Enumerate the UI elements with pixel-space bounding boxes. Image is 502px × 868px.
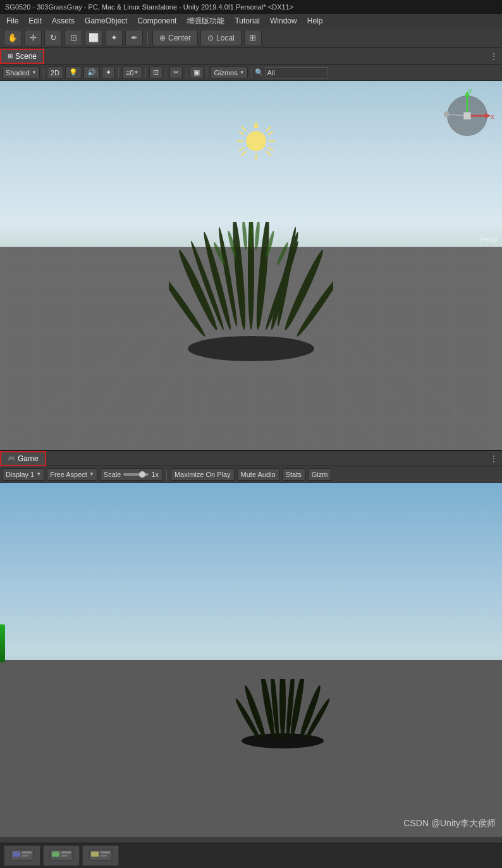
center-icon: ⊕: [159, 34, 166, 42]
gizmo[interactable]: y x: [439, 87, 496, 144]
svg-rect-77: [52, 852, 59, 857]
menu-window[interactable]: Window: [266, 15, 301, 27]
title-text: SG0520 - 303GrassGray - PC, Mac & Linux …: [5, 3, 293, 11]
local-button[interactable]: ⊙ Local: [200, 30, 242, 46]
scene-tab[interactable]: ⊞ Scene: [0, 49, 44, 64]
svg-line-26: [239, 132, 244, 135]
scene-tab-icon: ⊞: [8, 53, 13, 59]
game-gizmos-button[interactable]: Gizm: [308, 468, 332, 481]
svg-text:x: x: [491, 113, 494, 120]
display-chevron-icon: ▼: [36, 471, 41, 477]
svg-rect-78: [61, 852, 71, 853]
bottom-taskbar: [0, 843, 502, 868]
game-tab-label: Game: [18, 454, 39, 463]
mute-audio-button[interactable]: Mute Audio: [237, 468, 279, 481]
pivot-button[interactable]: ⊞: [244, 30, 262, 46]
scene-viewport[interactable]: y x ← Persp: [0, 81, 502, 450]
menu-edit[interactable]: Edit: [25, 15, 46, 27]
menu-file[interactable]: File: [3, 15, 22, 27]
svg-point-30: [246, 131, 266, 151]
search-icon: 🔍: [255, 68, 264, 77]
scale-label: Scale: [104, 471, 121, 478]
center-label: Center: [168, 34, 191, 42]
scene-toolbar-sep-1: [43, 68, 44, 78]
menu-gameobject[interactable]: GameObject: [81, 15, 131, 27]
2d-button[interactable]: 2D: [47, 66, 63, 79]
local-icon: ⊙: [207, 34, 214, 42]
move-tool-button[interactable]: ✛: [24, 30, 42, 46]
persp-label: ← Persp: [472, 236, 497, 243]
menu-assets[interactable]: Assets: [48, 15, 78, 27]
fx-button[interactable]: ✦: [102, 66, 115, 79]
game-toolbar: Display 1 ▼ Free Aspect ▼ Scale 1x Maxim…: [0, 466, 502, 483]
game-tab[interactable]: 🎮 Game: [0, 451, 46, 466]
game-status-bar: [0, 624, 5, 662]
scale-control[interactable]: Scale 1x: [100, 468, 162, 481]
game-tab-options[interactable]: ⋮: [489, 454, 502, 464]
svg-rect-73: [13, 852, 20, 857]
scene-toolbar-sep-7: [251, 68, 252, 78]
svg-rect-79: [61, 855, 68, 857]
custom-tool-button[interactable]: ✒: [125, 30, 143, 46]
menu-component[interactable]: Component: [133, 15, 180, 27]
gizmos-dropdown[interactable]: Gizmos ▼: [211, 66, 247, 79]
display-label: Display 1: [6, 471, 34, 478]
shading-label: Shaded: [6, 69, 30, 77]
display-dropdown[interactable]: Display 1 ▼: [3, 468, 44, 481]
main-toolbar: ✋ ✛ ↻ ⊡ ⬜ ✦ ✒ ⊕ Center ⊙ Local ⊞: [0, 28, 502, 48]
watermark: CSDN @Unity李大侯师: [403, 818, 496, 829]
scene-toolbar-sep-2: [118, 68, 119, 78]
taskbar-icon-3: [88, 847, 113, 863]
svg-line-27: [239, 147, 244, 151]
svg-rect-75: [22, 855, 28, 857]
menu-tutorial[interactable]: Tutorial: [231, 15, 264, 27]
svg-text:y: y: [468, 87, 472, 94]
scene-toolbar: Shaded ▼ 2D 💡 🔊 ✦ ≡ 0 ▼ ⊡ ✂ ▣ Gizmos ▼ 🔍: [0, 65, 502, 81]
search-input[interactable]: [265, 67, 328, 78]
taskbar-icon-1: [9, 847, 35, 863]
svg-point-48: [254, 222, 260, 251]
svg-rect-83: [101, 855, 107, 857]
game-tab-bar: 🎮 Game ⋮: [0, 450, 502, 466]
scene-tab-label: Scene: [15, 52, 37, 61]
view-mode-button[interactable]: ▣: [190, 66, 204, 79]
taskbar-item-1[interactable]: [4, 845, 40, 866]
game-tab-icon: 🎮: [8, 455, 15, 462]
svg-line-28: [268, 132, 273, 135]
scale-tool-button[interactable]: ⊡: [64, 30, 82, 46]
svg-point-60: [444, 111, 450, 117]
aspect-dropdown[interactable]: Free Aspect ▼: [47, 468, 97, 481]
hand-tool-button[interactable]: ✋: [4, 30, 21, 46]
scene-toolbar-sep-4: [166, 68, 166, 78]
rotate-tool-button[interactable]: ↻: [44, 30, 62, 46]
center-button[interactable]: ⊕ Center: [152, 30, 198, 46]
aspect-chevron-icon: ▼: [89, 471, 94, 477]
audio-button[interactable]: 🔊: [83, 66, 100, 79]
taskbar-item-2[interactable]: [43, 845, 80, 866]
maximize-on-play-button[interactable]: Maximize On Play: [171, 468, 235, 481]
transform-tool-button[interactable]: ✦: [105, 30, 123, 46]
svg-rect-74: [22, 852, 32, 853]
scene-tab-bar: ⊞ Scene ⋮: [0, 48, 502, 65]
menu-bar: File Edit Assets GameObject Component 增强…: [0, 14, 502, 28]
game-grass: [232, 679, 333, 748]
menu-help[interactable]: Help: [303, 15, 327, 27]
stats-button[interactable]: Stats: [282, 468, 305, 481]
layout-button[interactable]: ⊡: [149, 66, 162, 79]
scene-toolbar-sep-5: [186, 68, 187, 78]
scene-tab-options[interactable]: ⋮: [489, 51, 502, 61]
scissors-button[interactable]: ✂: [169, 66, 183, 79]
svg-rect-82: [101, 852, 110, 853]
taskbar-item-3[interactable]: [82, 845, 119, 866]
rect-tool-button[interactable]: ⬜: [85, 30, 102, 46]
lighting-button[interactable]: 💡: [65, 66, 82, 79]
game-toolbar-sep-1: [166, 469, 167, 480]
shading-dropdown[interactable]: Shaded ▼: [3, 66, 40, 79]
gizmos-chevron-icon: ▼: [240, 70, 245, 75]
scene-sun: [234, 119, 278, 163]
svg-point-31: [188, 336, 314, 361]
menu-enhanced[interactable]: 增强版功能: [183, 15, 228, 28]
layers-dropdown[interactable]: ≡ 0 ▼: [122, 66, 142, 79]
svg-line-20: [242, 127, 246, 131]
game-viewport[interactable]: CSDN @Unity李大侯师: [0, 483, 502, 837]
